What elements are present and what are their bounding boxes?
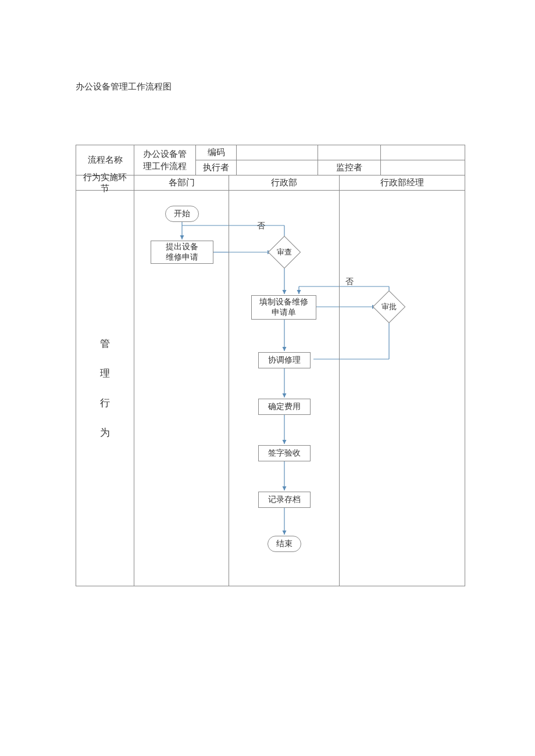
arrows-manager — [340, 191, 465, 586]
node-archive: 记录存档 — [258, 492, 311, 508]
code-value — [237, 145, 318, 160]
lane-label-1: 管 — [100, 337, 110, 350]
lane-label-2: 理 — [100, 367, 110, 380]
col-dept: 各部门 — [134, 175, 229, 191]
node-request: 提出设备 维修申请 — [151, 241, 213, 264]
col-admin: 行政部 — [229, 175, 340, 191]
code-label: 编码 — [196, 145, 237, 160]
lane-manager: 否 审批 — [340, 191, 465, 586]
node-approve: 审批 — [373, 291, 406, 324]
node-start: 开始 — [165, 206, 199, 222]
node-end: 结束 — [268, 536, 301, 552]
flow-name-value: 办公设备管 理工作流程 — [134, 145, 196, 175]
lane-label-4: 为 — [100, 426, 110, 439]
lane-label-3: 行 — [100, 396, 110, 410]
monitor-label: 监控者 — [318, 160, 381, 175]
lane-label: 管 理 行 为 — [76, 191, 134, 586]
node-coordinate: 协调修理 — [258, 352, 311, 368]
page-title: 办公设备管理工作流程图 — [76, 81, 465, 92]
flow-name-value-l2: 理工作流程 — [143, 160, 187, 173]
lane-dept: 开始 提出设备 维修申请 — [134, 191, 229, 586]
label-no-1: 否 — [257, 221, 265, 231]
stage-label: 行为实施环节 — [76, 175, 134, 191]
header-row-1: 流程名称 办公设备管 理工作流程 编码 执行者 监控者 — [76, 145, 465, 175]
flowchart-table: 流程名称 办公设备管 理工作流程 编码 执行者 监控者 行为实施环节 各部门 行… — [76, 145, 465, 586]
monitor-value — [381, 160, 465, 175]
executor-value — [237, 160, 318, 175]
lane-admin: 否 审查 填制设备维修 申请单 协调修理 确定费用 签字验收 记录存档 结束 — [229, 191, 340, 586]
flow-name-label: 流程名称 — [76, 145, 134, 175]
monitor-placeholder-1 — [318, 145, 381, 160]
node-cost: 确定费用 — [258, 399, 311, 415]
node-fill-form: 填制设备维修 申请单 — [251, 295, 316, 320]
swimlane-header: 行为实施环节 各部门 行政部 行政部经理 — [76, 175, 465, 191]
swimlane-body: 管 理 行 为 开始 提出设备 维修申请 — [76, 191, 465, 586]
col-manager: 行政部经理 — [340, 175, 465, 191]
executor-label: 执行者 — [196, 160, 237, 175]
label-no-2: 否 — [345, 277, 354, 287]
node-review: 审查 — [268, 236, 301, 269]
node-sign: 签字验收 — [258, 445, 311, 461]
monitor-placeholder-2 — [381, 145, 465, 160]
flow-name-value-l1: 办公设备管 — [143, 148, 187, 160]
